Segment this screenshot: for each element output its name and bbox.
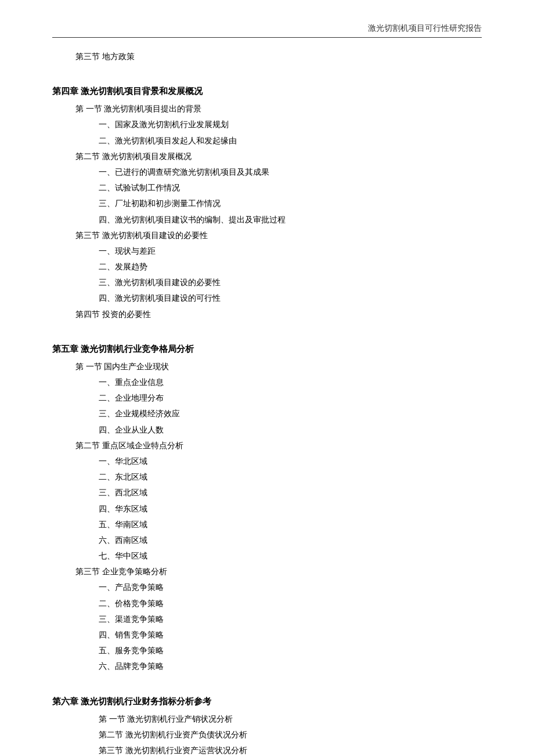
toc-item-level1: 第四节 投资的必要性 xyxy=(52,307,482,322)
toc-item-level2: 一、国家及激光切割机行业发展规划 xyxy=(52,117,482,132)
page-header: 激光切割机项目可行性研究报告 xyxy=(52,23,482,38)
toc-item-level2: 五、华南区域 xyxy=(52,517,482,532)
toc-item-level1: 第三节 企业竞争策略分析 xyxy=(52,564,482,579)
toc-item-level2: 二、东北区域 xyxy=(52,470,482,484)
toc-item-level2: 四、华东区域 xyxy=(52,502,482,516)
toc-item-level2: 四、销售竞争策略 xyxy=(52,628,482,642)
spacer xyxy=(52,675,482,683)
chapter-heading: 第五章 激光切割机行业竞争格局分析 xyxy=(52,341,482,357)
toc-item-level2: 六、品牌竞争策略 xyxy=(52,659,482,674)
toc-item-level2: 二、企业地理分布 xyxy=(52,391,482,405)
toc-item-level2: 一、华北区域 xyxy=(52,454,482,469)
toc-item-level2: 五、服务竞争策略 xyxy=(52,643,482,658)
toc-item-level1: 第三节 激光切割机项目建设的必要性 xyxy=(52,228,482,243)
spacer xyxy=(52,65,482,73)
toc-item-level2: 四、企业从业人数 xyxy=(52,423,482,437)
chapter-heading: 第六章 激光切割机行业财务指标分析参考 xyxy=(52,694,482,710)
toc-item-level2: 三、厂址初勘和初步测量工作情况 xyxy=(52,196,482,211)
toc-item-level2: 四、激光切割机项目建议书的编制、提出及审批过程 xyxy=(52,213,482,227)
toc-item-level1: 第三节 地方政策 xyxy=(52,49,482,64)
toc-item-level2: 四、激光切割机项目建设的可行性 xyxy=(52,291,482,305)
spacer xyxy=(52,323,482,331)
toc-item-level2: 七、华中区域 xyxy=(52,549,482,563)
toc-item-level2: 三、激光切割机项目建设的必要性 xyxy=(52,275,482,290)
document-page: 激光切割机项目可行性研究报告 第三节 地方政策第四章 激光切割机项目背景和发展概… xyxy=(0,0,534,756)
toc-item-level2: 六、西南区域 xyxy=(52,533,482,548)
document-title: 激光切割机项目可行性研究报告 xyxy=(368,24,482,33)
toc-item-level2: 一、已进行的调查研究激光切割机项目及其成果 xyxy=(52,165,482,179)
toc-item-level1: 第 一节 国内生产企业现状 xyxy=(52,359,482,374)
chapter-heading: 第四章 激光切割机项目背景和发展概况 xyxy=(52,84,482,99)
toc-item-level2: 二、激光切割机项目发起人和发起缘由 xyxy=(52,134,482,148)
toc-item-level2: 第二节 激光切割机行业资产负债状况分析 xyxy=(52,728,482,742)
toc-item-level2: 第 一节 激光切割机行业产销状况分析 xyxy=(52,712,482,726)
toc-item-level2: 三、西北区域 xyxy=(52,485,482,500)
toc-item-level2: 一、产品竞争策略 xyxy=(52,580,482,595)
toc-item-level2: 第三节 激光切割机行业资产运营状况分析 xyxy=(52,743,482,756)
toc-item-level2: 二、试验试制工作情况 xyxy=(52,181,482,195)
toc-item-level1: 第二节 重点区域企业特点分析 xyxy=(52,438,482,453)
toc-item-level2: 三、企业规模经济效应 xyxy=(52,406,482,421)
toc-item-level2: 二、发展趋势 xyxy=(52,260,482,274)
toc-item-level2: 一、现状与差距 xyxy=(52,244,482,258)
toc-item-level2: 三、渠道竞争策略 xyxy=(52,612,482,627)
toc-item-level2: 一、重点企业信息 xyxy=(52,375,482,390)
toc-item-level2: 二、价格竞争策略 xyxy=(52,596,482,611)
toc-item-level1: 第 一节 激光切割机项目提出的背景 xyxy=(52,102,482,116)
toc-content: 第三节 地方政策第四章 激光切割机项目背景和发展概况第 一节 激光切割机项目提出… xyxy=(52,49,482,756)
toc-item-level1: 第二节 激光切割机项目发展概况 xyxy=(52,149,482,164)
